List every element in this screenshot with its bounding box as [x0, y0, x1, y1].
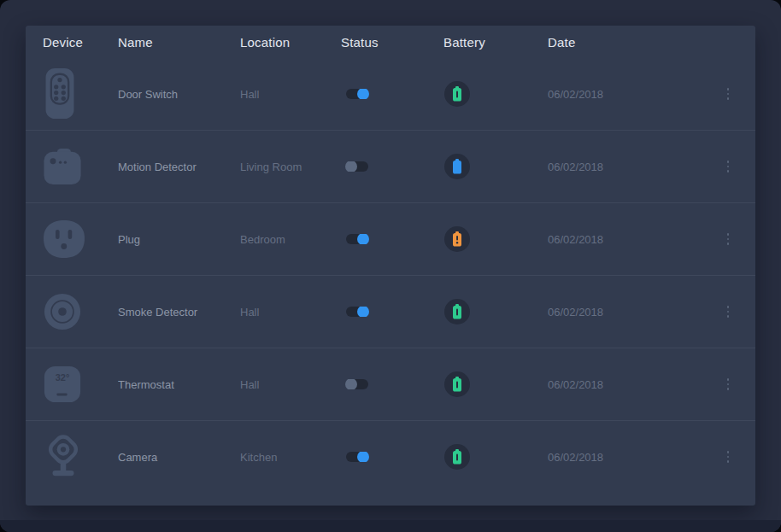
- battery-indicator: [444, 444, 470, 470]
- column-header-status: Status: [341, 35, 443, 50]
- battery-indicator: [444, 81, 470, 107]
- row-menu-button[interactable]: [718, 157, 738, 175]
- device-date: 06/02/2018: [548, 233, 718, 246]
- device-icon-cell: [43, 139, 91, 194]
- plug-icon: [43, 219, 85, 259]
- toggle-knob: [357, 452, 369, 462]
- battery-icon: [452, 159, 462, 174]
- device-icon-cell: [43, 430, 91, 484]
- device-date: 06/02/2018: [548, 451, 718, 464]
- row-menu-button[interactable]: [718, 85, 738, 102]
- device-location: Bedroom: [240, 233, 341, 246]
- column-header-battery: Battery: [443, 35, 548, 50]
- motion-detector-icon: [43, 147, 83, 186]
- table-row: 32° Thermostat Hall 06/02/2018: [26, 348, 755, 421]
- device-icon-cell: [43, 67, 91, 121]
- device-location: Hall: [240, 88, 341, 101]
- row-menu-button[interactable]: [718, 375, 738, 393]
- device-location: Hall: [240, 378, 341, 391]
- toggle-knob: [345, 161, 357, 172]
- table-row: Plug Bedroom 06/02/2018: [26, 203, 755, 276]
- device-location: Hall: [240, 306, 341, 319]
- status-toggle[interactable]: [346, 379, 368, 389]
- device-location: Kitchen: [240, 451, 341, 464]
- column-header-location: Location: [240, 35, 341, 50]
- row-menu-button[interactable]: [718, 302, 738, 320]
- status-toggle[interactable]: [346, 89, 368, 99]
- battery-indicator: [444, 371, 470, 397]
- device-name: Thermostat: [118, 378, 240, 391]
- battery-indicator: [444, 299, 470, 324]
- device-location: Living Room: [240, 161, 341, 173]
- device-name: Door Switch: [118, 88, 240, 101]
- toggle-knob: [357, 89, 369, 99]
- table-row: Camera Kitchen 06/02/2018: [26, 421, 755, 493]
- toggle-knob: [357, 234, 369, 244]
- device-date: 06/02/2018: [548, 88, 718, 101]
- device-date: 06/02/2018: [548, 161, 718, 173]
- remote-icon: [43, 67, 77, 120]
- camera-icon: [43, 433, 84, 481]
- toggle-knob: [345, 379, 357, 389]
- battery-indicator: [444, 154, 470, 179]
- device-name: Smoke Detector: [118, 306, 240, 319]
- device-name: Plug: [118, 233, 240, 246]
- device-name: Motion Detector: [118, 161, 240, 173]
- device-icon-cell: 32°: [43, 357, 91, 412]
- table-row: Smoke Detector Hall 06/02/2018: [26, 276, 755, 348]
- devices-table-card: Device Name Location Status Battery Date…: [26, 26, 755, 506]
- table-body: Door Switch Hall 06/02/2018 Motion Detec: [26, 58, 755, 493]
- device-icon-cell: [43, 212, 91, 266]
- column-header-name: Name: [118, 35, 240, 50]
- column-header-date: Date: [548, 35, 718, 50]
- battery-icon: [452, 231, 462, 247]
- status-toggle[interactable]: [346, 234, 368, 244]
- column-header-device: Device: [43, 35, 118, 50]
- device-name: Camera: [118, 451, 240, 464]
- status-toggle[interactable]: [346, 452, 368, 462]
- app-page: Device Name Location Status Battery Date…: [0, 0, 781, 532]
- battery-indicator: [444, 226, 470, 252]
- smoke-detector-icon: [43, 292, 82, 331]
- table-row: Motion Detector Living Room 06/02/2018: [26, 131, 755, 203]
- device-date: 06/02/2018: [548, 306, 718, 319]
- battery-icon: [452, 449, 462, 465]
- battery-icon: [452, 86, 462, 102]
- battery-icon: [452, 377, 462, 392]
- toggle-knob: [357, 307, 369, 317]
- status-toggle[interactable]: [346, 307, 368, 317]
- table-row: Door Switch Hall 06/02/2018: [26, 58, 755, 131]
- status-toggle[interactable]: [346, 161, 368, 172]
- page-bottom-edge: [0, 520, 781, 532]
- battery-icon: [452, 304, 462, 319]
- row-menu-button[interactable]: [718, 230, 738, 248]
- svg-text:32°: 32°: [56, 372, 70, 383]
- device-icon-cell: [43, 284, 91, 339]
- thermostat-icon: 32°: [43, 365, 82, 404]
- table-header: Device Name Location Status Battery Date: [26, 26, 755, 58]
- device-date: 06/02/2018: [548, 378, 718, 391]
- row-menu-button[interactable]: [718, 447, 738, 465]
